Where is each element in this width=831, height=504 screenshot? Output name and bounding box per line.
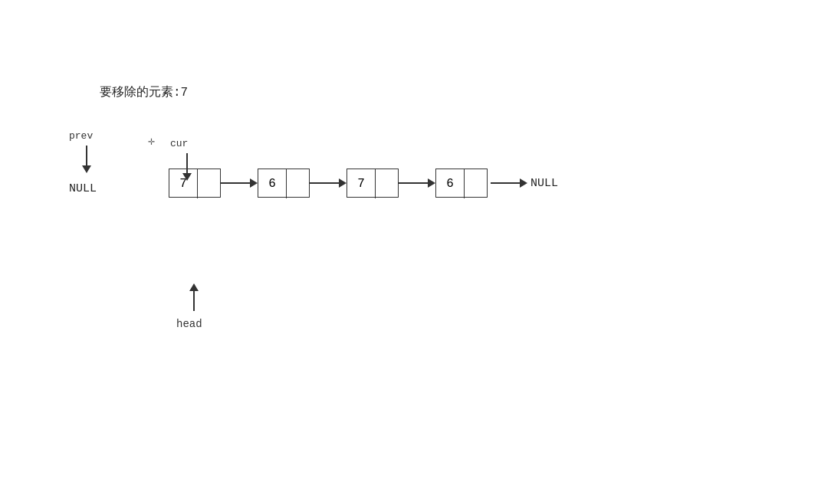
arrow-line-3 [399,182,428,184]
node-1-val: 7 [169,169,198,198]
node-2-ptr [287,169,309,198]
title: 要移除的元素:7 [100,84,188,100]
head-arrowhead [189,283,199,291]
arrow-head-last [520,178,527,188]
linked-list-diagram: 7 6 7 6 [169,169,558,198]
arrow-3-4 [399,178,435,188]
node-2-box: 6 [258,169,310,198]
node-3-box: 7 [347,169,399,198]
node-2: 6 [258,169,310,198]
node-3-ptr [376,169,398,198]
arrow-head-1 [250,178,258,188]
head-label: head [176,318,202,330]
node-1-box: 7 [169,169,221,198]
arrow-head-2 [339,178,347,188]
cur-label: cur [170,138,188,149]
prev-label: prev [69,130,93,142]
arrow-line-1 [221,182,250,184]
cursor-icon: ✛ [148,134,155,149]
arrow-line-2 [310,182,339,184]
node-3-val: 7 [347,169,376,198]
null-left: NULL [69,182,97,195]
node-4-ptr [465,169,487,198]
arrow-line-last [491,182,520,184]
arrow-head-3 [428,178,435,188]
prev-arrow-down [82,146,91,173]
arrow-2-3 [310,178,347,188]
node-2-val: 6 [258,169,287,198]
node-1-ptr [198,169,220,198]
node-1: 7 [169,169,221,198]
arrow-last [491,178,527,188]
arrow-1-2 [221,178,258,188]
head-arrow-up [189,283,199,311]
head-v-line [193,291,195,311]
null-right-area: NULL [491,177,558,190]
node-4-box: 6 [435,169,488,198]
node-4: 6 [435,169,488,198]
node-4-val: 6 [436,169,465,198]
null-right-label: NULL [530,177,558,190]
node-3: 7 [347,169,399,198]
